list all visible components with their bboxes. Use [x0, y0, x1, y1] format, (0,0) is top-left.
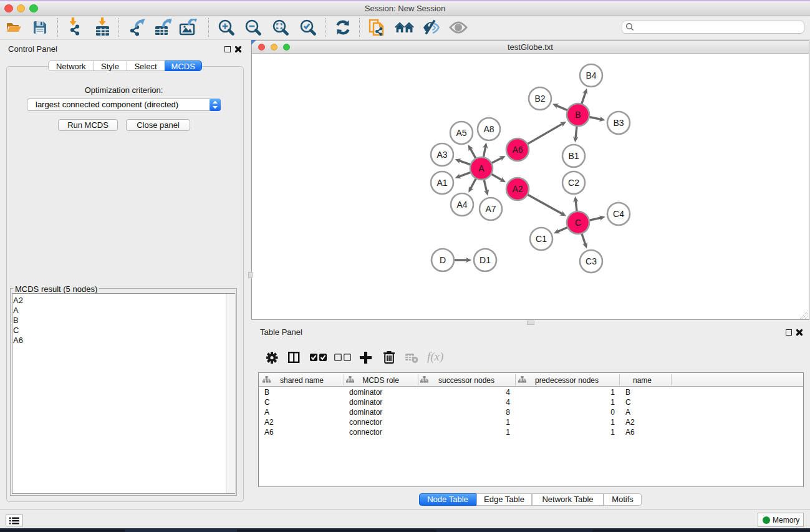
svg-text:D1: D1	[480, 255, 491, 265]
svg-text:C2: C2	[568, 178, 579, 188]
svg-text:B: B	[575, 110, 581, 120]
svg-text:A1: A1	[436, 178, 447, 188]
svg-text:B2: B2	[534, 94, 545, 104]
svg-text:A7: A7	[485, 204, 496, 214]
svg-text:C: C	[575, 218, 581, 228]
svg-text:B1: B1	[568, 151, 579, 161]
svg-text:B4: B4	[586, 70, 596, 80]
svg-text:A8: A8	[483, 124, 494, 134]
svg-text:A2: A2	[512, 184, 523, 194]
svg-text:C3: C3	[586, 256, 597, 266]
svg-text:D: D	[440, 255, 446, 265]
svg-text:A: A	[478, 163, 485, 173]
svg-text:C4: C4	[613, 209, 624, 219]
svg-text:A5: A5	[456, 128, 466, 138]
svg-text:A4: A4	[456, 200, 467, 210]
svg-text:C1: C1	[536, 234, 547, 244]
svg-text:A6: A6	[512, 145, 523, 155]
svg-text:B3: B3	[613, 118, 624, 128]
svg-text:A3: A3	[436, 150, 447, 160]
